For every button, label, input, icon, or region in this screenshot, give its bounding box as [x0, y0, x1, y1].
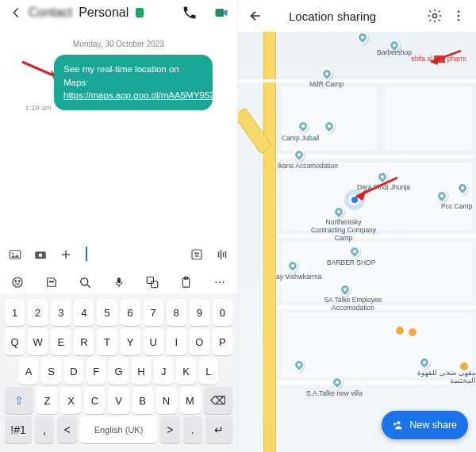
- svg-point-8: [195, 253, 197, 255]
- svg-rect-13: [225, 251, 227, 259]
- key-q[interactable]: Q: [5, 328, 25, 355]
- enter-key[interactable]: ↵: [205, 416, 232, 443]
- key-f[interactable]: F: [86, 358, 106, 385]
- svg-rect-12: [223, 252, 225, 257]
- key-c[interactable]: C: [84, 387, 105, 414]
- svg-point-18: [52, 282, 53, 283]
- building-block: [282, 313, 472, 377]
- key-l[interactable]: L: [199, 358, 218, 385]
- messages-pane: Contact Personal Monday, 30 October 2023…: [0, 0, 238, 452]
- map-pin[interactable]: [355, 32, 370, 45]
- key-x[interactable]: X: [60, 387, 81, 414]
- map-back-icon[interactable]: [248, 8, 263, 24]
- key-0[interactable]: 0: [213, 299, 232, 326]
- key-t[interactable]: T: [97, 328, 117, 355]
- key-z[interactable]: Z: [36, 387, 57, 414]
- key-n[interactable]: N: [156, 387, 177, 414]
- key-5[interactable]: 5: [97, 299, 117, 326]
- shift-key[interactable]: ⇧: [5, 387, 33, 414]
- map-header: Location sharing: [238, 0, 476, 32]
- map-canvas[interactable]: Barbershop shifa al ▇▇ pharm MdR Camp Ca…: [238, 32, 476, 452]
- lang-right-key[interactable]: >: [160, 416, 179, 443]
- keyboard-more-icon[interactable]: ⋯: [212, 274, 228, 290]
- location-link[interactable]: https://maps.app.goo.gl/mAA5MY952aJAc3: [63, 90, 240, 100]
- key-6[interactable]: 6: [121, 299, 140, 326]
- person-add-icon: [391, 419, 404, 431]
- translate-icon[interactable]: [144, 274, 160, 290]
- lang-left-key[interactable]: <: [57, 416, 76, 443]
- new-share-button[interactable]: New share: [382, 411, 468, 439]
- key-4[interactable]: 4: [74, 299, 94, 326]
- key-r[interactable]: R: [74, 328, 94, 355]
- svg-rect-7: [192, 250, 202, 259]
- message-bubble[interactable]: See my real-time location on Maps: https…: [54, 55, 213, 110]
- sticker-tab-icon[interactable]: [44, 274, 60, 290]
- toolbar-search-icon[interactable]: [77, 274, 93, 290]
- camera-icon[interactable]: [33, 247, 48, 262]
- key-y[interactable]: Y: [121, 328, 140, 355]
- svg-rect-0: [216, 9, 225, 17]
- svg-point-28: [458, 15, 460, 17]
- svg-point-27: [458, 10, 460, 13]
- settings-icon[interactable]: [427, 8, 443, 24]
- video-call-icon[interactable]: [213, 5, 229, 21]
- map-title: Location sharing: [289, 10, 376, 23]
- poi-label: MdR Camp: [309, 81, 344, 89]
- key-b[interactable]: B: [132, 387, 153, 414]
- key-i[interactable]: I: [167, 328, 186, 355]
- map-pin[interactable]: [329, 374, 345, 390]
- key-j[interactable]: J: [154, 358, 173, 385]
- key-k[interactable]: K: [176, 358, 195, 385]
- svg-point-26: [433, 14, 437, 18]
- highway: [263, 32, 276, 452]
- key-o[interactable]: O: [190, 328, 209, 355]
- gallery-icon[interactable]: [8, 247, 22, 262]
- key-9[interactable]: 9: [190, 299, 209, 326]
- key-1[interactable]: 1: [5, 299, 25, 326]
- mic-icon[interactable]: [111, 274, 127, 290]
- clipboard-icon[interactable]: [178, 274, 194, 290]
- current-location-dot[interactable]: [349, 194, 360, 205]
- key-g[interactable]: G: [109, 358, 128, 385]
- key-p[interactable]: P: [213, 328, 232, 355]
- space-key[interactable]: English (UK): [80, 416, 157, 443]
- key-s[interactable]: S: [41, 358, 60, 385]
- key-7[interactable]: 7: [144, 299, 163, 326]
- period-key[interactable]: .: [183, 416, 202, 443]
- key-u[interactable]: U: [144, 328, 163, 355]
- chat-body: Monday, 30 October 2023 See my real-time…: [0, 24, 237, 239]
- key-w[interactable]: W: [28, 328, 48, 355]
- key-d[interactable]: D: [64, 358, 83, 385]
- keyboard-toolbar: ⋯: [0, 270, 237, 293]
- food-poi-icon[interactable]: [407, 327, 418, 338]
- building-block: [282, 242, 472, 301]
- key-8[interactable]: 8: [167, 299, 186, 326]
- poi-label: shifa al ▇▇ pharm: [411, 56, 466, 63]
- back-icon[interactable]: [8, 5, 24, 21]
- emoji-icon[interactable]: [10, 274, 25, 290]
- call-icon[interactable]: [182, 5, 198, 21]
- key-a[interactable]: A: [19, 358, 38, 385]
- svg-point-4: [12, 252, 13, 254]
- rcs-badge: [136, 8, 144, 17]
- key-2[interactable]: 2: [28, 299, 48, 326]
- comma-key[interactable]: ,: [35, 416, 54, 443]
- key-m[interactable]: M: [180, 387, 201, 414]
- key-v[interactable]: V: [108, 387, 129, 414]
- overflow-icon[interactable]: [451, 8, 466, 24]
- svg-point-16: [19, 281, 21, 282]
- backspace-key[interactable]: ⌫: [204, 387, 232, 414]
- key-h[interactable]: H: [132, 358, 151, 385]
- voice-message-icon[interactable]: [215, 247, 229, 262]
- symbols-key[interactable]: !#1: [5, 416, 32, 443]
- food-poi-icon[interactable]: [394, 325, 405, 336]
- key-3[interactable]: 3: [51, 299, 71, 326]
- plus-icon[interactable]: [59, 247, 73, 262]
- poi-label: Barbershop: [377, 49, 412, 57]
- svg-point-19: [81, 278, 88, 285]
- poi-label: Dera Pindi Jhunja: [357, 184, 410, 192]
- sticker-icon[interactable]: [190, 247, 204, 262]
- key-e[interactable]: E: [51, 328, 71, 355]
- poi-label: ikana Accomodation: [278, 163, 338, 170]
- compose-input[interactable]: [84, 246, 178, 263]
